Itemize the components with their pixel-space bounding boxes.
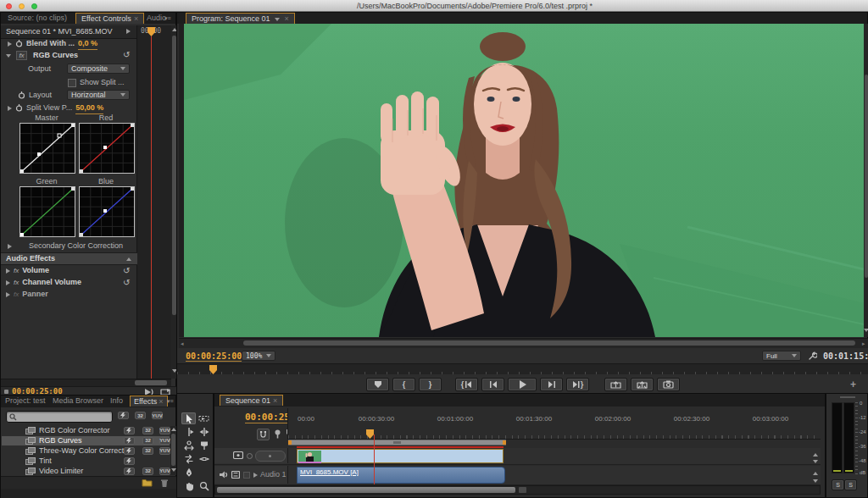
track-lock-box[interactable] [243, 472, 250, 479]
zoom-tool[interactable] [197, 480, 211, 492]
tab-source-monitor[interactable]: Source: (no clips) [3, 13, 72, 23]
go-to-out-button[interactable]: } [566, 378, 589, 391]
timeline-hscrollbar[interactable] [214, 485, 821, 495]
reset-icon[interactable]: ↺ [123, 279, 130, 287]
button-editor-plus-icon[interactable]: + [850, 379, 856, 390]
close-tab-icon[interactable]: × [134, 14, 138, 23]
curve-red[interactable] [79, 123, 135, 174]
track-scroll-down-icon[interactable] [813, 456, 818, 465]
play-button[interactable] [508, 378, 537, 391]
expand-icon[interactable] [8, 106, 12, 111]
expand-icon[interactable] [8, 42, 12, 47]
tab-project[interactable]: Project: test [3, 396, 48, 406]
show-split-checkbox[interactable] [68, 79, 76, 87]
reset-icon[interactable]: ↺ [123, 267, 130, 275]
effect-list-item-selected[interactable]: RGB Curves 32 YUV [2, 436, 170, 445]
audio-breakout-icon[interactable] [231, 471, 240, 479]
lift-button[interactable] [604, 378, 627, 391]
razor-tool[interactable] [197, 440, 211, 451]
scroll-right-icon[interactable]: ▸ [862, 340, 865, 347]
panel-menu-icon[interactable]: ▾≡ [167, 398, 174, 405]
track-select-tool[interactable] [197, 412, 211, 424]
solo-left-button[interactable]: S [832, 479, 844, 490]
tab-effect-controls[interactable]: Effect Controls× [75, 13, 144, 24]
stopwatch-icon[interactable] [18, 91, 25, 99]
scroll-down-icon[interactable] [864, 329, 868, 332]
effect-list-item[interactable]: RGB Color Corrector 32 YUV [2, 426, 170, 435]
speaker-icon[interactable] [220, 471, 228, 479]
panel-menu-icon[interactable]: ▾≡ [164, 15, 171, 22]
program-playhead-marker[interactable] [209, 365, 217, 374]
mark-out-button[interactable]: } [419, 378, 442, 391]
close-window-button[interactable] [6, 3, 12, 9]
hand-tool[interactable] [181, 480, 196, 492]
effect-controls-timeline[interactable]: 00:00 [136, 25, 171, 379]
tab-sequence-01[interactable]: Sequence 01× [220, 395, 283, 406]
work-area-bar[interactable] [288, 440, 506, 445]
pen-tool[interactable] [181, 467, 196, 479]
trash-icon[interactable] [160, 479, 169, 488]
blend-with-value[interactable]: 0,0 % [78, 38, 97, 50]
stopwatch-icon[interactable] [15, 104, 23, 112]
track-scroll-down-icon[interactable] [813, 476, 818, 484]
curve-blue[interactable] [79, 186, 135, 237]
work-area-start-handle[interactable] [288, 440, 292, 445]
track-lock-icon[interactable] [247, 453, 253, 459]
video-vscrollbar[interactable] [864, 24, 868, 337]
toggle-track-output-icon[interactable] [233, 451, 243, 460]
mark-in-button[interactable]: { [392, 378, 415, 391]
extract-button[interactable] [631, 378, 654, 391]
video-track-pill[interactable] [255, 451, 286, 462]
expand-icon[interactable] [8, 244, 12, 249]
output-dropdown[interactable]: Composite [67, 64, 130, 74]
export-frame-button[interactable] [657, 378, 680, 391]
playback-resolution-dropdown[interactable]: Full [762, 351, 801, 361]
program-timecode[interactable]: 00:00:25:00 [186, 351, 242, 362]
rolling-edit-tool[interactable] [197, 426, 211, 438]
close-tab-icon[interactable]: × [285, 14, 289, 23]
scroll-left-icon[interactable]: ◂ [181, 340, 184, 347]
expand-track-icon[interactable] [253, 473, 258, 478]
collapse-icon[interactable] [6, 54, 11, 58]
video-viewport[interactable] [179, 24, 864, 337]
slide-tool[interactable] [197, 453, 211, 465]
audio-effects-header[interactable]: Audio Effects [1, 252, 137, 265]
expand-icon[interactable] [6, 280, 10, 285]
close-tab-icon[interactable]: × [159, 397, 163, 406]
tab-info[interactable]: Info [108, 396, 125, 406]
32bit-filter-button[interactable]: 32 [135, 412, 146, 419]
close-tab-icon[interactable]: × [273, 396, 277, 405]
collapse-section-icon[interactable] [126, 257, 131, 261]
minimize-window-button[interactable] [19, 3, 25, 9]
effects-list-scrollbar[interactable] [170, 426, 176, 475]
work-area-end-handle[interactable] [503, 440, 506, 445]
search-input[interactable] [6, 411, 113, 423]
rate-stretch-tool[interactable] [181, 440, 196, 451]
new-custom-bin-icon[interactable] [142, 479, 153, 487]
slip-tool[interactable] [181, 453, 196, 465]
expand-icon[interactable] [6, 292, 10, 297]
timeline-ruler[interactable]: 00:00 00:00:30:00 00:01:00:00 00:01:30:0… [287, 408, 821, 440]
tab-effects[interactable]: Effects× [130, 396, 168, 407]
effect-list-item[interactable]: Three-Way Color Corrector 32 YUV [2, 446, 170, 456]
expand-icon[interactable] [6, 268, 10, 274]
audio-clip[interactable]: MVI_8685.MOV [A] [297, 467, 505, 484]
solo-right-button[interactable]: S [844, 479, 857, 490]
ec-playhead-marker[interactable] [147, 27, 155, 36]
step-back-button[interactable] [481, 378, 504, 391]
effect-list-item[interactable]: Video Limiter 32 YUV [2, 467, 170, 475]
tab-program[interactable]: Program: Sequence 01 × [186, 13, 295, 24]
snap-icon[interactable] [257, 429, 270, 440]
ripple-edit-tool[interactable] [181, 426, 196, 438]
add-marker-button[interactable] [366, 378, 389, 391]
hscroll-thumb[interactable] [217, 487, 515, 493]
video-clip[interactable] [297, 449, 504, 463]
tab-media-browser[interactable]: Media Browser [50, 396, 106, 406]
encore-chapter-marker-icon[interactable] [274, 429, 281, 440]
go-to-in-button[interactable]: { [455, 378, 478, 391]
layout-dropdown[interactable]: Horizontal [67, 90, 130, 100]
reset-icon[interactable]: ↺ [123, 51, 130, 59]
selection-tool[interactable] [181, 412, 196, 424]
chevron-down-icon[interactable] [275, 18, 280, 21]
show-timeline-view-icon[interactable] [126, 29, 131, 34]
